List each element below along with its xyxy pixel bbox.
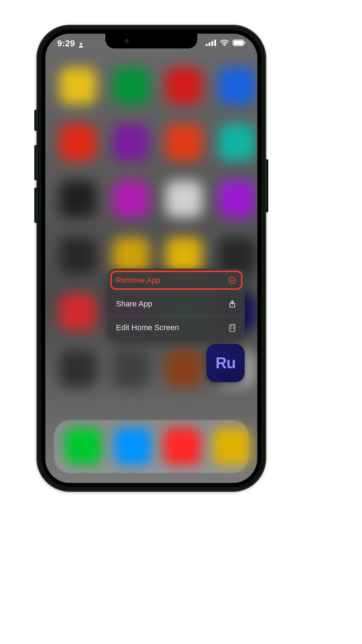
blurred-app-icon [59,237,97,274]
blurred-app-icon [112,350,150,387]
blurred-app-icon [218,124,256,161]
svg-rect-1 [206,44,208,46]
dock [54,420,249,473]
blurred-app-icon [59,124,97,161]
svg-rect-16 [233,328,234,329]
blurred-app-icon [165,67,203,104]
phone-frame: 9:29 [36,25,266,492]
menu-item-label: Share App [116,299,152,309]
blurred-app-icon [165,124,203,161]
svg-rect-4 [214,40,216,46]
silence-switch [34,110,37,131]
blurred-app-icon [218,67,256,104]
focused-app-icon[interactable]: Ru [206,344,245,382]
focus-person-icon [78,40,84,47]
blurred-app-icon [165,350,203,387]
blurred-app-icon [112,124,150,161]
blurred-app-icon [59,294,97,331]
menu-item-remove-app[interactable]: Remove App [108,269,245,292]
svg-rect-8 [244,42,245,44]
focused-app-label: Ru [216,354,236,372]
power-button [265,159,268,212]
dock-app-icon [213,428,250,465]
svg-point-5 [224,45,225,46]
blurred-app-icon [59,180,97,218]
menu-item-share-app[interactable]: Share App [108,292,245,316]
battery-icon [233,40,245,47]
dock-app-icon [164,428,201,465]
menu-item-label: Edit Home Screen [116,323,179,332]
blurred-app-icon [59,67,97,104]
minus-circle-icon [228,276,237,285]
svg-rect-14 [233,326,234,327]
dock-app-icon [114,428,151,465]
svg-rect-13 [230,326,232,327]
blurred-app-icon [112,180,150,218]
menu-item-edit-home-screen[interactable]: Edit Home Screen [108,316,245,339]
volume-up-button [34,145,37,180]
cellular-icon [206,40,216,47]
blurred-app-icon [112,67,150,104]
home-icons-blur [45,34,257,483]
share-icon [228,299,237,309]
blurred-app-icon [59,350,97,387]
svg-rect-12 [230,324,235,332]
svg-rect-3 [211,41,213,46]
svg-rect-2 [209,42,210,46]
svg-point-0 [80,43,82,45]
app-context-menu: Remove App Share App [108,269,245,339]
wifi-icon [220,39,229,48]
phone-screen: 9:29 [45,34,257,483]
menu-item-label: Remove App [116,276,160,285]
dock-app-icon [65,428,102,465]
blurred-app-icon [165,180,203,218]
svg-rect-15 [230,328,232,329]
apps-grid-icon [228,323,237,332]
status-time: 9:29 [57,39,75,48]
svg-rect-7 [234,41,243,45]
volume-down-button [34,188,37,223]
status-bar: 9:29 [45,34,257,53]
blurred-app-icon [218,180,256,218]
